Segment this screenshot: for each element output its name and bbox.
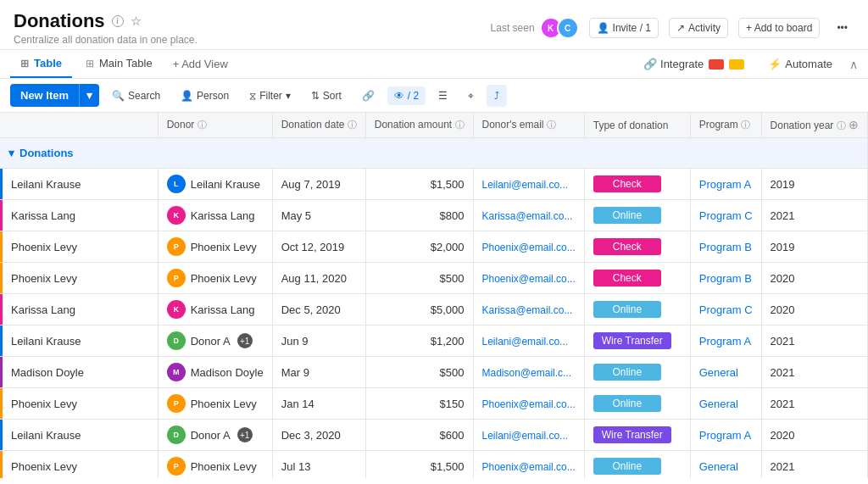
table-icon: ⊞ bbox=[20, 58, 29, 70]
program-link[interactable]: Program C bbox=[699, 209, 753, 222]
email-link[interactable]: Leilani@email.co... bbox=[482, 430, 569, 442]
tab-right: 🔗 Integrate ⚡ Automate ∧ bbox=[637, 54, 858, 74]
integrate-button[interactable]: 🔗 Integrate bbox=[637, 54, 751, 74]
program-info-icon[interactable]: ⓘ bbox=[741, 120, 750, 130]
type-tag: Online bbox=[593, 301, 661, 318]
cell-year: 2021 bbox=[761, 357, 867, 388]
cell-email: Phoenix@email.co... bbox=[473, 451, 584, 479]
cell-donor: K Karissa Lang bbox=[158, 294, 272, 325]
section-collapse-icon[interactable]: ▾ bbox=[8, 147, 14, 159]
cell-name[interactable]: Leilani Krause ⊕ bbox=[0, 420, 158, 451]
table-container[interactable]: Donor ⓘ Donation date ⓘ Donation amount … bbox=[0, 113, 868, 478]
header-right: Last seen K C 👤 Invite / 1 ↗ Activity + … bbox=[491, 17, 854, 39]
date-info-icon[interactable]: ⓘ bbox=[348, 120, 357, 130]
email-link[interactable]: Leilani@email.co... bbox=[482, 179, 569, 191]
amount-info-icon[interactable]: ⓘ bbox=[455, 120, 465, 130]
tab-table[interactable]: ⊞ Table bbox=[10, 50, 72, 78]
cell-date: Jul 13 bbox=[272, 451, 365, 479]
info-icon[interactable]: i bbox=[112, 15, 124, 27]
donor-name: Phoenix Levy bbox=[191, 272, 257, 285]
type-tag: Online bbox=[593, 458, 661, 475]
cell-email: Leilani@email.co... bbox=[473, 420, 584, 451]
filter-dropdown-icon: ▾ bbox=[286, 90, 291, 102]
rows-button[interactable]: ☰ bbox=[431, 85, 455, 107]
cell-name[interactable]: Leilani Krause ⊕ bbox=[0, 169, 158, 200]
new-item-button[interactable]: New Item ▾ bbox=[10, 84, 99, 107]
new-item-label[interactable]: New Item bbox=[10, 84, 79, 107]
program-link[interactable]: Program A bbox=[699, 429, 751, 442]
rows-icon: ☰ bbox=[438, 90, 448, 102]
program-link[interactable]: General bbox=[699, 398, 738, 410]
cell-name[interactable]: Phoenix Levy ⊕ bbox=[0, 451, 158, 479]
link-button[interactable]: 🔗 bbox=[354, 85, 382, 107]
email-link[interactable]: Phoenix@email.co... bbox=[482, 273, 576, 285]
email-link[interactable]: Karissa@email.co... bbox=[482, 210, 573, 222]
cell-name[interactable]: Karissa Lang ⊕ bbox=[0, 200, 158, 231]
search-rows-button[interactable]: ⌖ bbox=[460, 85, 481, 107]
donor-avatar: D bbox=[167, 426, 186, 444]
email-info-icon[interactable]: ⓘ bbox=[547, 120, 556, 130]
star-icon[interactable]: ☆ bbox=[131, 14, 142, 28]
search-rows-icon: ⌖ bbox=[468, 90, 474, 102]
email-link[interactable]: Phoenix@email.co... bbox=[482, 461, 576, 473]
automate-icon: ⚡ bbox=[768, 58, 782, 70]
activity-button[interactable]: ↗ Activity bbox=[669, 18, 728, 38]
cell-name[interactable]: Phoenix Levy ⊕ bbox=[0, 388, 158, 420]
donor-info-icon[interactable]: ⓘ bbox=[198, 120, 207, 130]
sort-icon: ⇅ bbox=[311, 90, 320, 102]
program-link[interactable]: Program A bbox=[699, 178, 751, 191]
donor-name: Leilani Krause bbox=[191, 178, 260, 191]
section-header-row: ▾ Donations bbox=[0, 138, 868, 169]
program-link[interactable]: General bbox=[699, 366, 738, 379]
add-view-button[interactable]: + Add View bbox=[166, 51, 235, 77]
cell-donor: P Phoenix Levy bbox=[158, 231, 272, 263]
cell-date: Jan 14 bbox=[272, 388, 365, 420]
cell-amount: $150 bbox=[365, 388, 473, 420]
program-link[interactable]: Program C bbox=[699, 303, 753, 316]
app-title: Donations bbox=[14, 10, 105, 32]
cell-year: 2021 bbox=[761, 325, 867, 357]
donor-extra-badge: +1 bbox=[237, 333, 253, 348]
email-link[interactable]: Phoenix@email.co... bbox=[482, 242, 576, 253]
section-name: Donations bbox=[19, 147, 74, 159]
cell-program: General bbox=[690, 388, 761, 420]
cell-type: Online bbox=[584, 294, 690, 325]
cell-name[interactable]: Leilani Krause ⊕ bbox=[0, 325, 158, 357]
share-button[interactable]: ⤴ bbox=[487, 85, 507, 107]
add-column-icon[interactable]: ⊕ bbox=[849, 118, 859, 131]
email-link[interactable]: Karissa@email.co... bbox=[482, 304, 573, 316]
cell-name[interactable]: Madison Doyle ⊕ bbox=[0, 357, 158, 388]
table-row: Leilani Krause ⊕ D Donor A +1 Dec 3, 202… bbox=[0, 420, 868, 451]
search-button[interactable]: 🔍 Search bbox=[104, 85, 168, 107]
person-filter-button[interactable]: 👤 Person bbox=[173, 85, 236, 107]
cell-name[interactable]: Karissa Lang ⊕ bbox=[0, 294, 158, 325]
email-link[interactable]: Phoenix@email.co... bbox=[482, 398, 576, 410]
donor-name: Phoenix Levy bbox=[191, 398, 257, 410]
program-link[interactable]: Program A bbox=[699, 335, 751, 348]
email-link[interactable]: Leilani@email.co... bbox=[482, 336, 569, 348]
cell-name[interactable]: Phoenix Levy ⊕ bbox=[0, 231, 158, 263]
collapse-button[interactable]: ∧ bbox=[849, 58, 858, 71]
view-count-button[interactable]: 👁 / 2 bbox=[387, 86, 426, 105]
new-item-dropdown[interactable]: ▾ bbox=[79, 84, 99, 107]
automate-button[interactable]: ⚡ Automate bbox=[761, 54, 839, 74]
filter-button[interactable]: ⧖ Filter ▾ bbox=[242, 85, 298, 107]
program-link[interactable]: General bbox=[699, 460, 738, 473]
donor-avatar: D bbox=[167, 331, 186, 350]
add-to-board-button[interactable]: + Add to board bbox=[738, 18, 820, 38]
table-row: Madison Doyle ⊕ M Madison Doyle Mar 9$50… bbox=[0, 357, 868, 388]
year-info-icon[interactable]: ⓘ bbox=[837, 120, 846, 131]
program-link[interactable]: Program B bbox=[699, 241, 752, 253]
invite-button[interactable]: 👤 Invite / 1 bbox=[589, 18, 659, 38]
row-name-text: Karissa Lang bbox=[11, 303, 75, 316]
email-link[interactable]: Madison@email.c... bbox=[482, 367, 572, 379]
program-link[interactable]: Program B bbox=[699, 272, 752, 285]
tab-main-table[interactable]: ⊞ Main Table bbox=[75, 50, 163, 78]
table-row: Phoenix Levy ⊕ P Phoenix Levy Aug 11, 20… bbox=[0, 263, 868, 294]
table-row: Karissa Lang ⊕ K Karissa Lang May 5$800K… bbox=[0, 200, 868, 231]
cell-year: 2019 bbox=[761, 169, 867, 200]
sort-button[interactable]: ⇅ Sort bbox=[303, 85, 349, 107]
more-options-button[interactable]: ••• bbox=[830, 19, 854, 37]
cell-name[interactable]: Phoenix Levy ⊕ bbox=[0, 263, 158, 294]
cell-email: Leilani@email.co... bbox=[473, 169, 584, 200]
